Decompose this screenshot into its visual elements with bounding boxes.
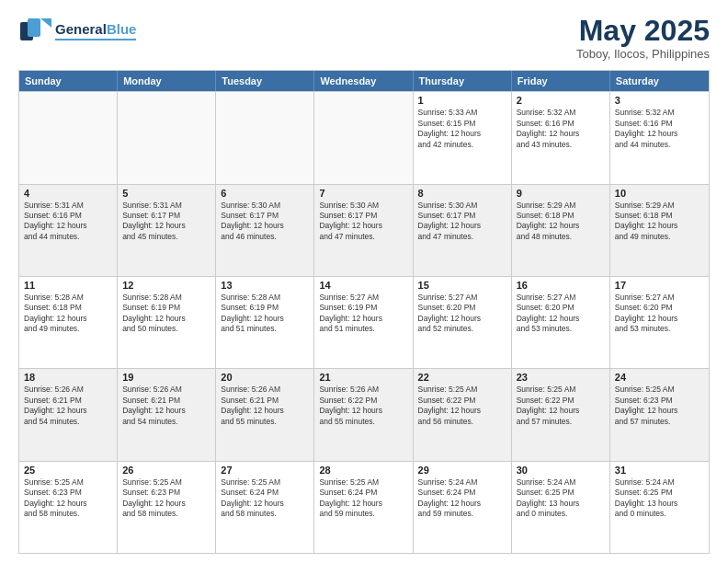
cell-info: Sunrise: 5:24 AM Sunset: 6:24 PM Dayligh… bbox=[418, 477, 506, 520]
cell-info: Sunrise: 5:30 AM Sunset: 6:17 PM Dayligh… bbox=[221, 201, 309, 243]
calendar-cell: 23Sunrise: 5:25 AM Sunset: 6:22 PM Dayli… bbox=[512, 369, 610, 460]
day-number: 8 bbox=[418, 188, 506, 199]
cell-info: Sunrise: 5:26 AM Sunset: 6:21 PM Dayligh… bbox=[122, 385, 210, 427]
calendar-cell: 19Sunrise: 5:26 AM Sunset: 6:21 PM Dayli… bbox=[118, 369, 216, 460]
day-number: 22 bbox=[418, 372, 506, 383]
header-wednesday: Wednesday bbox=[314, 71, 413, 91]
day-number: 19 bbox=[122, 372, 210, 383]
day-number: 9 bbox=[517, 188, 605, 199]
cell-info: Sunrise: 5:30 AM Sunset: 6:17 PM Dayligh… bbox=[418, 201, 506, 243]
calendar-cell bbox=[118, 92, 216, 183]
title-area: May 2025 Toboy, Ilocos, Philippines bbox=[576, 15, 710, 61]
cell-info: Sunrise: 5:30 AM Sunset: 6:17 PM Dayligh… bbox=[319, 201, 407, 243]
calendar-cell: 28Sunrise: 5:25 AM Sunset: 6:24 PM Dayli… bbox=[314, 462, 413, 553]
calendar-cell: 7Sunrise: 5:30 AM Sunset: 6:17 PM Daylig… bbox=[314, 185, 413, 276]
calendar-cell: 18Sunrise: 5:26 AM Sunset: 6:21 PM Dayli… bbox=[19, 369, 118, 460]
calendar-cell bbox=[19, 92, 118, 183]
cell-info: Sunrise: 5:27 AM Sunset: 6:19 PM Dayligh… bbox=[319, 293, 407, 335]
header-sunday: Sunday bbox=[19, 71, 118, 91]
header-saturday: Saturday bbox=[610, 71, 709, 91]
calendar-cell bbox=[314, 92, 413, 183]
logo-blue: Blue bbox=[107, 21, 137, 37]
cell-info: Sunrise: 5:25 AM Sunset: 6:24 PM Dayligh… bbox=[319, 477, 407, 520]
cell-info: Sunrise: 5:25 AM Sunset: 6:24 PM Dayligh… bbox=[221, 477, 309, 520]
calendar-cell bbox=[216, 92, 314, 183]
cell-info: Sunrise: 5:25 AM Sunset: 6:22 PM Dayligh… bbox=[418, 385, 506, 427]
cell-info: Sunrise: 5:33 AM Sunset: 6:15 PM Dayligh… bbox=[418, 108, 506, 150]
calendar-cell: 11Sunrise: 5:28 AM Sunset: 6:18 PM Dayli… bbox=[19, 277, 118, 368]
day-number: 26 bbox=[122, 465, 210, 476]
calendar-row-3: 11Sunrise: 5:28 AM Sunset: 6:18 PM Dayli… bbox=[19, 276, 709, 368]
day-number: 11 bbox=[24, 280, 112, 291]
header-friday: Friday bbox=[512, 71, 610, 91]
cell-info: Sunrise: 5:27 AM Sunset: 6:20 PM Dayligh… bbox=[517, 293, 605, 335]
logo-general: General bbox=[55, 21, 107, 37]
calendar-cell: 16Sunrise: 5:27 AM Sunset: 6:20 PM Dayli… bbox=[512, 277, 610, 368]
calendar-cell: 22Sunrise: 5:25 AM Sunset: 6:22 PM Dayli… bbox=[414, 369, 512, 460]
svg-marker-2 bbox=[40, 18, 51, 28]
calendar-row-4: 18Sunrise: 5:26 AM Sunset: 6:21 PM Dayli… bbox=[19, 368, 709, 460]
calendar-cell: 25Sunrise: 5:25 AM Sunset: 6:23 PM Dayli… bbox=[19, 462, 118, 553]
calendar-cell: 12Sunrise: 5:28 AM Sunset: 6:19 PM Dayli… bbox=[118, 277, 216, 368]
calendar-cell: 4Sunrise: 5:31 AM Sunset: 6:16 PM Daylig… bbox=[19, 185, 118, 276]
cell-info: Sunrise: 5:32 AM Sunset: 6:16 PM Dayligh… bbox=[517, 108, 605, 150]
calendar-cell: 15Sunrise: 5:27 AM Sunset: 6:20 PM Dayli… bbox=[414, 277, 512, 368]
day-number: 6 bbox=[221, 188, 309, 199]
logo: GeneralBlue bbox=[18, 15, 136, 48]
calendar-row-2: 4Sunrise: 5:31 AM Sunset: 6:16 PM Daylig… bbox=[19, 184, 709, 276]
calendar-cell: 21Sunrise: 5:26 AM Sunset: 6:22 PM Dayli… bbox=[314, 369, 413, 460]
day-number: 13 bbox=[221, 280, 309, 291]
day-number: 5 bbox=[122, 188, 210, 199]
day-number: 17 bbox=[615, 280, 704, 291]
cell-info: Sunrise: 5:25 AM Sunset: 6:23 PM Dayligh… bbox=[615, 385, 704, 427]
day-number: 12 bbox=[122, 280, 210, 291]
day-number: 2 bbox=[517, 95, 605, 106]
calendar-cell: 6Sunrise: 5:30 AM Sunset: 6:17 PM Daylig… bbox=[216, 185, 314, 276]
calendar-cell: 10Sunrise: 5:29 AM Sunset: 6:18 PM Dayli… bbox=[610, 185, 709, 276]
cell-info: Sunrise: 5:32 AM Sunset: 6:16 PM Dayligh… bbox=[615, 108, 704, 150]
calendar-cell: 5Sunrise: 5:31 AM Sunset: 6:17 PM Daylig… bbox=[118, 185, 216, 276]
day-number: 20 bbox=[221, 372, 309, 383]
cell-info: Sunrise: 5:26 AM Sunset: 6:22 PM Dayligh… bbox=[319, 385, 407, 427]
calendar-cell: 8Sunrise: 5:30 AM Sunset: 6:17 PM Daylig… bbox=[414, 185, 512, 276]
page: GeneralBlue May 2025 Toboy, Ilocos, Phil… bbox=[0, 0, 728, 563]
cell-info: Sunrise: 5:24 AM Sunset: 6:25 PM Dayligh… bbox=[517, 477, 605, 520]
cell-info: Sunrise: 5:25 AM Sunset: 6:23 PM Dayligh… bbox=[122, 477, 210, 520]
header-monday: Monday bbox=[118, 71, 216, 91]
calendar-cell: 31Sunrise: 5:24 AM Sunset: 6:25 PM Dayli… bbox=[610, 462, 709, 553]
calendar-cell: 17Sunrise: 5:27 AM Sunset: 6:20 PM Dayli… bbox=[610, 277, 709, 368]
day-number: 7 bbox=[319, 188, 407, 199]
header: GeneralBlue May 2025 Toboy, Ilocos, Phil… bbox=[18, 15, 710, 61]
day-number: 16 bbox=[517, 280, 605, 291]
calendar-cell: 1Sunrise: 5:33 AM Sunset: 6:15 PM Daylig… bbox=[414, 92, 512, 183]
day-number: 29 bbox=[418, 465, 506, 476]
calendar-row-1: 1Sunrise: 5:33 AM Sunset: 6:15 PM Daylig… bbox=[19, 91, 709, 183]
calendar-cell: 24Sunrise: 5:25 AM Sunset: 6:23 PM Dayli… bbox=[610, 369, 709, 460]
day-number: 24 bbox=[615, 372, 704, 383]
calendar-row-5: 25Sunrise: 5:25 AM Sunset: 6:23 PM Dayli… bbox=[19, 461, 709, 553]
day-number: 14 bbox=[319, 280, 407, 291]
calendar-cell: 26Sunrise: 5:25 AM Sunset: 6:23 PM Dayli… bbox=[118, 462, 216, 553]
day-number: 21 bbox=[319, 372, 407, 383]
day-number: 23 bbox=[517, 372, 605, 383]
header-thursday: Thursday bbox=[414, 71, 512, 91]
calendar-cell: 30Sunrise: 5:24 AM Sunset: 6:25 PM Dayli… bbox=[512, 462, 610, 553]
calendar-cell: 27Sunrise: 5:25 AM Sunset: 6:24 PM Dayli… bbox=[216, 462, 314, 553]
cell-info: Sunrise: 5:26 AM Sunset: 6:21 PM Dayligh… bbox=[24, 385, 112, 427]
calendar-cell: 14Sunrise: 5:27 AM Sunset: 6:19 PM Dayli… bbox=[314, 277, 413, 368]
calendar: Sunday Monday Tuesday Wednesday Thursday… bbox=[18, 70, 710, 554]
day-number: 30 bbox=[517, 465, 605, 476]
cell-info: Sunrise: 5:29 AM Sunset: 6:18 PM Dayligh… bbox=[615, 201, 704, 243]
cell-info: Sunrise: 5:29 AM Sunset: 6:18 PM Dayligh… bbox=[517, 201, 605, 243]
cell-info: Sunrise: 5:28 AM Sunset: 6:18 PM Dayligh… bbox=[24, 293, 112, 335]
cell-info: Sunrise: 5:25 AM Sunset: 6:23 PM Dayligh… bbox=[24, 477, 112, 520]
day-number: 25 bbox=[24, 465, 112, 476]
day-number: 15 bbox=[418, 280, 506, 291]
svg-rect-1 bbox=[28, 18, 40, 37]
calendar-cell: 3Sunrise: 5:32 AM Sunset: 6:16 PM Daylig… bbox=[610, 92, 709, 183]
cell-info: Sunrise: 5:31 AM Sunset: 6:17 PM Dayligh… bbox=[122, 201, 210, 243]
cell-info: Sunrise: 5:26 AM Sunset: 6:21 PM Dayligh… bbox=[221, 385, 309, 427]
cell-info: Sunrise: 5:28 AM Sunset: 6:19 PM Dayligh… bbox=[221, 293, 309, 335]
cell-info: Sunrise: 5:28 AM Sunset: 6:19 PM Dayligh… bbox=[122, 293, 210, 335]
calendar-cell: 2Sunrise: 5:32 AM Sunset: 6:16 PM Daylig… bbox=[512, 92, 610, 183]
